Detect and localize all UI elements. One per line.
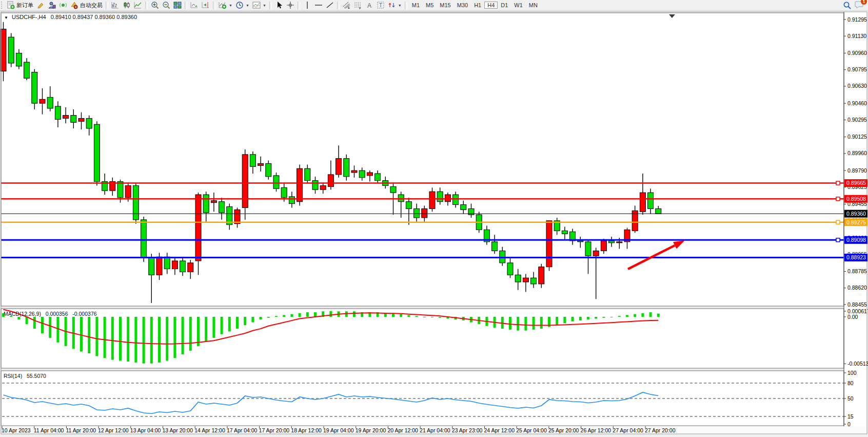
candle-bear <box>164 257 170 269</box>
rsi-axis-label: 0 <box>847 421 851 427</box>
text-label-button[interactable]: T <box>375 1 386 10</box>
auto-scroll-icon <box>190 1 199 9</box>
periods-button[interactable]: ▼ <box>234 1 251 10</box>
rsi-value: 55.5070 <box>27 373 46 379</box>
auto-trading-button[interactable]: 自动交易 <box>69 1 104 10</box>
chevron-down-icon: ▼ <box>246 4 249 7</box>
tile-windows-button[interactable] <box>172 1 183 10</box>
cursor-button[interactable] <box>273 1 285 10</box>
candle-bear <box>117 182 123 198</box>
price-tick-label: 0.90460 <box>847 100 867 106</box>
candle-bear <box>32 72 37 104</box>
price-tick-label: 0.91295 <box>847 16 867 23</box>
timeframe-W1[interactable]: W1 <box>511 2 526 9</box>
timeframe-M15[interactable]: M15 <box>437 2 453 9</box>
line-chart-icon <box>134 1 142 9</box>
chart-shift-button[interactable] <box>200 1 211 10</box>
chat-button[interactable]: 1 <box>855 1 864 10</box>
candle-bear <box>344 159 349 177</box>
chart-window: 0.912950.911300.909600.907950.906300.904… <box>0 10 868 437</box>
fibonacci-icon: F <box>354 1 362 9</box>
line-chart-button[interactable] <box>132 1 144 10</box>
zoom-out-button[interactable] <box>161 1 172 10</box>
time-tick-label: 14 Apr 12:00 <box>194 427 225 433</box>
text-icon: A <box>365 1 373 9</box>
signal-icon <box>59 1 67 9</box>
bar-chart-icon <box>111 1 120 9</box>
new-order-button[interactable]: 新订单 <box>5 1 35 10</box>
candle-bear <box>578 241 583 242</box>
equidistant-channel-button[interactable]: E <box>341 1 352 10</box>
signals-button[interactable] <box>57 1 69 10</box>
indicators-button[interactable]: ▼ <box>217 1 234 10</box>
price-tick-label: 0.91130 <box>847 33 866 39</box>
price-label-value: 0.89275 <box>846 219 866 225</box>
profile-button[interactable] <box>46 1 57 10</box>
candle-bull <box>78 118 84 121</box>
chart-title: ▼ USDCHF-,H4 0.89410 0.89437 0.89360 0.8… <box>4 14 137 20</box>
crosshair-icon <box>286 1 294 9</box>
timeframe-H4[interactable]: H4 <box>484 2 498 9</box>
macd-name: MACD(12,26,9) <box>4 311 41 317</box>
time-tick-label: 26 Apr 12:00 <box>581 427 611 433</box>
price-tick-label: 0.90960 <box>847 50 867 56</box>
auto-trading-label: 自动交易 <box>80 2 103 9</box>
timeframe-M5[interactable]: M5 <box>423 2 437 9</box>
line-handle[interactable] <box>836 197 840 201</box>
candle-bear <box>94 124 100 181</box>
timeframe-M1[interactable]: M1 <box>409 2 423 9</box>
styles-button[interactable] <box>35 1 46 10</box>
horizontal-line-button[interactable] <box>313 1 324 10</box>
candle-bear <box>133 185 139 219</box>
line-handle[interactable] <box>836 181 840 185</box>
auto-scroll-button[interactable] <box>189 1 200 10</box>
symbol-period-label: USDCHF-,H4 <box>12 14 46 20</box>
zoom-in-button[interactable] <box>149 1 161 10</box>
macd-indicator-label: MACD(12,26,9) 0.000356 -0.000376 <box>4 311 97 317</box>
time-tick-label: 27 Apr 20:00 <box>645 427 676 433</box>
timeframe-H1[interactable]: H1 <box>471 2 484 9</box>
bar-chart-button[interactable] <box>110 1 121 10</box>
candle-bull <box>523 278 528 282</box>
line-handle[interactable] <box>836 238 840 242</box>
toolbar-separator <box>298 2 300 9</box>
candlestick-icon <box>123 1 131 9</box>
timeframe-MN[interactable]: MN <box>526 2 541 9</box>
toolbar-separator <box>337 2 340 9</box>
candle-bear <box>24 62 30 78</box>
timeframe-D1[interactable]: D1 <box>498 2 511 9</box>
price-chart[interactable]: 0.912950.911300.909600.907950.906300.904… <box>0 10 868 437</box>
candle-bear <box>86 118 92 128</box>
pencil-icon <box>36 1 45 9</box>
candle-bull <box>258 163 264 165</box>
price-label-value: 0.89508 <box>846 196 866 202</box>
crosshair-button[interactable] <box>285 1 296 10</box>
candlestick-button[interactable] <box>121 1 132 10</box>
line-handle[interactable] <box>836 220 840 224</box>
candle-bear <box>16 53 22 66</box>
arrows-button[interactable]: ▼ <box>386 1 403 10</box>
text-button[interactable]: A <box>364 1 375 10</box>
macd-signal-value: -0.000376 <box>72 311 96 317</box>
candle-bear <box>312 181 318 190</box>
templates-button[interactable]: ▼ <box>251 1 268 10</box>
trendline-button[interactable] <box>324 1 336 10</box>
timeframe-M30[interactable]: M30 <box>454 2 471 9</box>
chart-menu-icon[interactable]: ▼ <box>4 15 8 20</box>
price-tick-label: 0.89960 <box>847 150 867 156</box>
candle-bull <box>320 185 326 189</box>
candle-bull <box>63 116 69 119</box>
macd-axis-label: 0.00 <box>847 314 858 320</box>
price-tick-label: 0.88785 <box>847 268 867 274</box>
ohlc-values: 0.89410 0.89437 0.89360 0.89360 <box>51 14 137 20</box>
time-tick-label: 11 Apr 04:00 <box>34 427 64 433</box>
candle-bear <box>531 278 537 284</box>
toolbar-grip[interactable] <box>1 2 4 9</box>
price-tick-label: 0.90125 <box>847 134 867 140</box>
candle-bear <box>492 242 498 251</box>
candle-bull <box>640 193 645 212</box>
fibonacci-button[interactable]: F <box>352 1 364 10</box>
search-icon[interactable] <box>843 1 852 10</box>
candle-bear <box>305 168 310 180</box>
vertical-line-button[interactable] <box>302 1 313 10</box>
